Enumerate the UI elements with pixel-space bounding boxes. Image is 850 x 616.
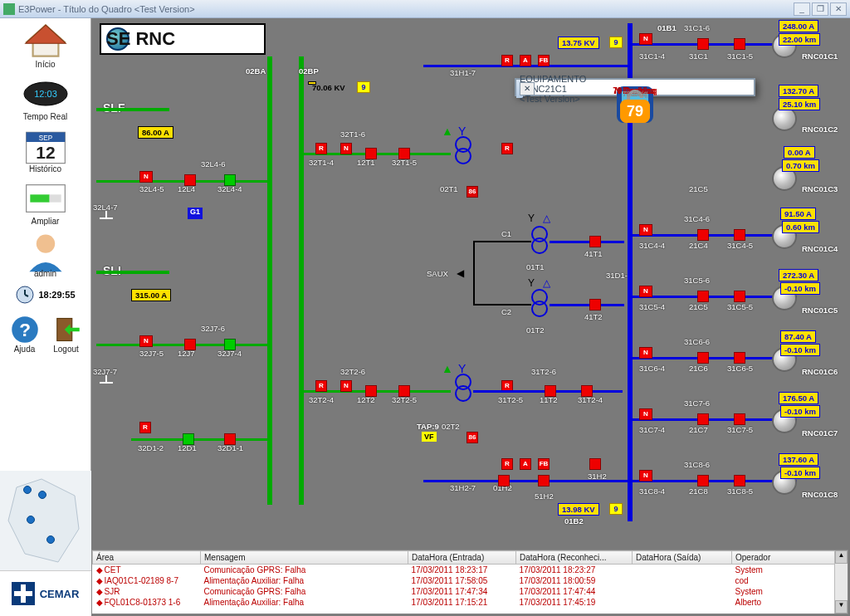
breaker[interactable]: A	[520, 458, 531, 470]
busbar-02ba[interactable]	[267, 56, 272, 505]
col-ack[interactable]: DataHora (Reconheci...	[516, 551, 633, 565]
sidebar-item-inicio[interactable]: Início	[8, 23, 83, 69]
svg-rect-9	[30, 194, 49, 202]
breaker[interactable]: R	[501, 143, 513, 154]
sidebar-item-historico[interactable]: SEP12 Histórico	[8, 128, 83, 174]
lbl: 12J7	[178, 349, 195, 358]
lbl: C2	[501, 307, 511, 316]
breaker-41t2[interactable]	[589, 299, 601, 310]
feeder-amps: 176.50 A	[779, 392, 818, 404]
alarm-scrollbar[interactable]: ▲ ▼	[834, 550, 848, 614]
lbl: 32J7-5	[139, 349, 164, 358]
lbl: 31C7-5	[727, 425, 753, 434]
maximize-button[interactable]: ❐	[812, 2, 828, 16]
breaker[interactable]: R	[501, 458, 513, 470]
breaker[interactable]: N	[340, 380, 352, 392]
disc[interactable]	[734, 291, 745, 302]
scroll-down[interactable]: ▼	[835, 600, 848, 614]
col-msg[interactable]: Mensagem	[201, 551, 408, 565]
breaker[interactable]	[589, 458, 601, 470]
breaker[interactable]: A	[520, 55, 531, 66]
breaker[interactable]: R	[501, 55, 513, 66]
disc[interactable]	[581, 385, 593, 397]
transformer-02t1[interactable]	[455, 136, 473, 169]
disc[interactable]	[734, 352, 745, 364]
sidebar-clock: 18:29:55	[8, 285, 83, 305]
col-op[interactable]: Operador	[732, 551, 848, 565]
lbl: 32J7-4	[217, 349, 242, 358]
alarm-row[interactable]: SJRComunicação GPRS: Falha17/03/2011 17:…	[93, 586, 848, 597]
feeder-amps: 137.60 A	[779, 453, 818, 466]
breaker[interactable]	[697, 38, 709, 50]
map-dot[interactable]	[27, 516, 35, 524]
lbl: 21C4	[689, 241, 708, 250]
breaker[interactable]	[697, 413, 709, 425]
breaker[interactable]	[697, 475, 709, 486]
alarm-row[interactable]: FQL01C8-01373 1-6Alimentação Auxiliar: F…	[93, 597, 848, 608]
breaker[interactable]	[538, 475, 550, 486]
feeder-km: -0.10 km	[780, 467, 820, 479]
lbl: 32L4-5	[139, 184, 164, 193]
breaker[interactable]	[697, 229, 709, 241]
scroll-up[interactable]: ▲	[835, 550, 848, 564]
aux-xfmr-1	[531, 226, 550, 259]
sidebar-item-admin[interactable]: admin	[8, 232, 83, 278]
minimize-button[interactable]: _	[794, 2, 810, 16]
close-button[interactable]: ✕	[830, 2, 847, 16]
lbl: 02T1	[440, 184, 458, 193]
breaker[interactable]: R	[139, 422, 151, 433]
breaker-41t1[interactable]	[589, 236, 601, 247]
col-in[interactable]: DataHora (Entrada)	[408, 551, 516, 565]
col-out[interactable]: DataHora (Saída)	[633, 551, 732, 565]
sidebar-item-temporeal[interactable]: 12:03 Tempo Real	[8, 76, 83, 121]
lbl: 31C8-4	[639, 486, 665, 496]
home-icon	[22, 23, 69, 60]
alarm-row[interactable]: CETComunicação GPRS: Falha17/03/2011 18:…	[93, 565, 848, 576]
disc[interactable]	[734, 413, 745, 425]
col-area[interactable]: Área	[93, 551, 201, 565]
oneline-diagram[interactable]: SE RNC 02BA 02BP 70.06 KV 9 SLF 86.00 A …	[91, 18, 850, 548]
breaker[interactable]: FB	[538, 458, 550, 470]
lbl: 31C4-6	[684, 214, 710, 223]
vf-badge: VF	[422, 432, 437, 442]
breaker[interactable]: FB	[538, 55, 550, 66]
feeder-amps: 87.40 A	[780, 330, 816, 343]
label-02ba: 02BA	[246, 66, 266, 76]
alarm-row[interactable]: IAQ01C1-02189 8-7Alimentação Auxiliar: F…	[93, 575, 848, 586]
breaker[interactable]: R	[315, 380, 327, 392]
wire	[550, 241, 624, 243]
popup-item-79desbloq[interactable]: 79 Desbloq 79 79 Bloq	[608, 86, 662, 123]
lbl: 12D1	[178, 443, 197, 452]
feeder-id: RNC01C7	[802, 428, 838, 438]
breaker[interactable]: N	[340, 143, 352, 154]
disc[interactable]	[734, 229, 745, 241]
bay-slf-line	[96, 108, 169, 111]
busbar-02bp[interactable]	[299, 56, 304, 505]
bay-sli-current: 315.00 A	[131, 289, 171, 301]
breaker[interactable]	[498, 475, 510, 486]
transformer-02t2[interactable]	[455, 374, 473, 407]
disc[interactable]	[734, 38, 745, 50]
breaker[interactable]	[697, 291, 709, 302]
label-02bp: 02BP	[299, 66, 319, 76]
lbl: 21C6	[689, 364, 708, 373]
breaker[interactable]	[545, 385, 556, 397]
lbl: 12L4	[178, 184, 195, 193]
alarm-table[interactable]: Área Mensagem DataHora (Entrada) DataHor…	[92, 550, 848, 608]
delta-icon: ▲	[442, 362, 453, 375]
sidebar-item-ampliar[interactable]: Ampliar	[8, 180, 83, 226]
disc[interactable]	[734, 475, 745, 486]
feeder-amps: 248.00 A	[779, 20, 818, 32]
breaker[interactable]	[697, 352, 709, 364]
wire	[550, 304, 624, 306]
lbl: 31H2-7	[450, 483, 476, 492]
breaker[interactable]: R	[315, 143, 327, 154]
label: Logout	[53, 345, 79, 354]
sidebar-item-ajuda[interactable]: ? Ajuda	[7, 315, 43, 354]
lbl: 31C6-4	[639, 364, 665, 373]
map-dot[interactable]	[46, 535, 55, 544]
lbl: 31C7-4	[639, 425, 665, 434]
map-dot[interactable]	[23, 486, 32, 494]
sidebar-item-logout[interactable]: Logout	[48, 315, 85, 354]
map-dot[interactable]	[38, 491, 46, 499]
